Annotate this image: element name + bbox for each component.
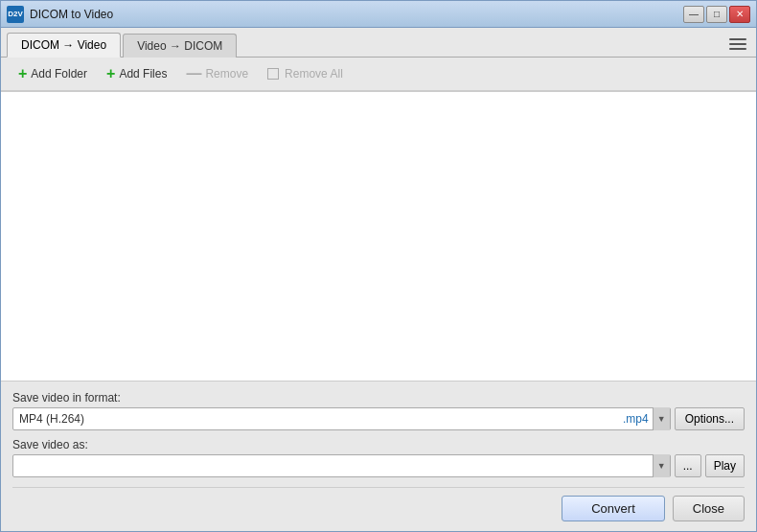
format-label: Save video in format: [12, 391, 745, 405]
remove-all-icon [267, 68, 279, 80]
add-folder-icon: + [18, 66, 27, 81]
save-as-control: ▼ ... Play [12, 454, 745, 477]
action-row: Convert Close [12, 487, 745, 521]
save-as-row: Save video as: ▼ ... Play [12, 438, 745, 477]
main-window: D2V DICOM to Video — □ ✕ DICOM → Video V… [0, 0, 757, 532]
add-folder-button[interactable]: + Add Folder [11, 63, 95, 84]
close-button[interactable]: Close [673, 496, 745, 521]
toolbar: + Add Folder + Add Files — Remove Remove… [1, 58, 756, 91]
remove-button[interactable]: — Remove [178, 63, 256, 84]
format-select-wrapper: MP4 (H.264) .mp4 ▼ [12, 407, 671, 430]
tab-dicom-to-video[interactable]: DICOM → Video [7, 33, 121, 58]
save-as-label: Save video as: [12, 438, 745, 451]
options-button[interactable]: Options... [675, 407, 745, 430]
format-row: Save video in format: MP4 (H.264) .mp4 ▼… [12, 391, 745, 430]
add-files-button[interactable]: + Add Files [99, 63, 174, 84]
format-select-text: MP4 (H.264) [13, 412, 619, 426]
format-ext: .mp4 [619, 412, 653, 426]
app-logo: D2V [7, 6, 24, 23]
save-as-input-wrapper: ▼ [12, 454, 671, 477]
file-list-area [1, 91, 756, 382]
menu-line-2 [729, 43, 746, 45]
minimize-button[interactable]: — [683, 6, 704, 23]
menu-icon[interactable] [725, 33, 750, 56]
menu-line-1 [729, 38, 746, 40]
add-files-icon: + [106, 66, 115, 81]
browse-button[interactable]: ... [675, 454, 701, 477]
remove-all-button[interactable]: Remove All [260, 64, 351, 83]
format-dropdown-arrow[interactable]: ▼ [653, 407, 670, 430]
tab-video-to-dicom[interactable]: Video → DICOM [123, 34, 237, 58]
play-button[interactable]: Play [705, 454, 745, 477]
window-title: DICOM to Video [30, 8, 683, 21]
maximize-button[interactable]: □ [706, 6, 727, 23]
format-control: MP4 (H.264) .mp4 ▼ Options... [12, 407, 745, 430]
remove-icon: — [186, 66, 201, 81]
save-as-dropdown-arrow[interactable]: ▼ [653, 454, 670, 477]
tab-bar: DICOM → Video Video → DICOM [1, 28, 756, 58]
bottom-panel: Save video in format: MP4 (H.264) .mp4 ▼… [1, 382, 756, 531]
menu-line-3 [729, 48, 746, 50]
title-bar-buttons: — □ ✕ [683, 6, 750, 23]
convert-button[interactable]: Convert [562, 496, 665, 521]
title-bar: D2V DICOM to Video — □ ✕ [1, 1, 756, 28]
save-as-input[interactable] [13, 459, 653, 473]
window-close-button[interactable]: ✕ [729, 6, 750, 23]
